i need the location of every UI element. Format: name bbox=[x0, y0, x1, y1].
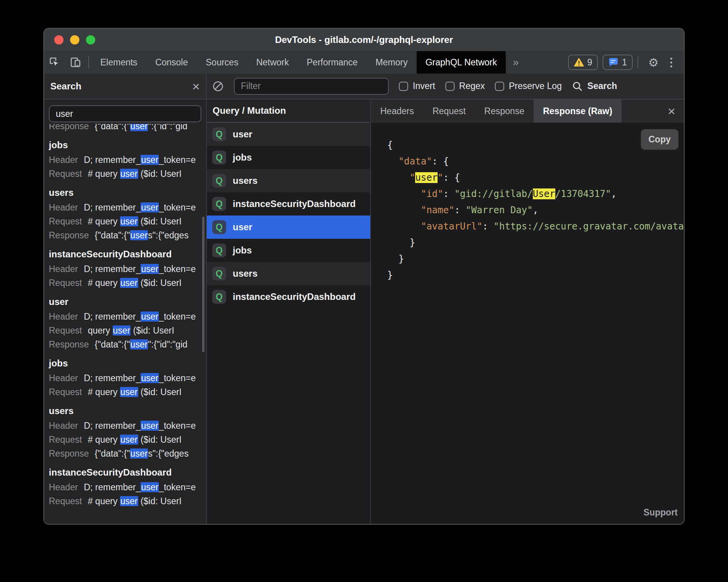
result-row-content: {"data":{"users":{"edges bbox=[95, 230, 189, 240]
detail-tab-response[interactable]: Response bbox=[475, 99, 534, 123]
search-input[interactable] bbox=[49, 105, 201, 122]
warnings-badge[interactable]: 9 bbox=[568, 55, 598, 70]
copy-button[interactable]: Copy bbox=[641, 129, 679, 150]
query-row-user[interactable]: Quser bbox=[207, 123, 370, 146]
search-result-section-instancesecuritydashboard: instanceSecurityDashboardHeaderD; rememb… bbox=[49, 249, 206, 290]
result-row-label: Request bbox=[49, 435, 82, 445]
json-line: { bbox=[387, 137, 684, 153]
toolbar-divider bbox=[88, 56, 89, 68]
result-section-rows: HeaderD; remember_user_token=eRequest# q… bbox=[49, 371, 206, 399]
tab-sources[interactable]: Sources bbox=[197, 51, 247, 74]
search-result-row[interactable]: HeaderD; remember_user_token=e bbox=[49, 480, 206, 494]
query-list-panel: Query / Mutation QuserQjobsQusersQinstan… bbox=[207, 99, 371, 524]
result-row-content: D; remember_user_token=e bbox=[84, 202, 196, 212]
query-type-badge: Q bbox=[212, 267, 226, 281]
result-section-rows: HeaderD; remember_user_token=eRequest# q… bbox=[49, 419, 206, 460]
message-count: 1 bbox=[622, 57, 627, 68]
settings-gear-icon[interactable]: ⚙ bbox=[643, 56, 664, 69]
kebab-menu-icon[interactable] bbox=[664, 58, 678, 67]
search-result-row[interactable]: Requestquery user ($id: UserI bbox=[49, 324, 206, 337]
result-row-label: Request bbox=[49, 216, 82, 226]
search-result-row[interactable]: HeaderD; remember_user_token=e bbox=[49, 310, 206, 324]
query-row-instancesecuritydashboard[interactable]: QinstanceSecurityDashboard bbox=[207, 285, 370, 308]
result-row-content: D; remember_user_token=e bbox=[84, 312, 196, 322]
search-result-row[interactable]: Request# query user ($id: UserI bbox=[49, 167, 206, 181]
json-line: "name": "Warren Day", bbox=[387, 202, 684, 218]
tab-console[interactable]: Console bbox=[146, 51, 197, 74]
search-result-row[interactable]: HeaderD; remember_user_token=e bbox=[49, 262, 206, 276]
result-row-content: D; remember_user_token=e bbox=[84, 155, 196, 165]
search-toggle[interactable]: Search bbox=[572, 81, 617, 92]
tab-elements[interactable]: Elements bbox=[91, 51, 146, 74]
search-result-row[interactable]: HeaderD; remember_user_token=e bbox=[49, 419, 206, 433]
close-search-icon[interactable]: × bbox=[192, 80, 200, 93]
json-line: "user": { bbox=[387, 169, 684, 186]
preserve-log-checkbox-group[interactable]: Preserve Log bbox=[495, 81, 562, 91]
search-result-row[interactable]: HeaderD; remember_user_token=e bbox=[49, 153, 206, 167]
search-result-row[interactable]: Request# query user ($id: UserI bbox=[49, 385, 206, 399]
query-row-jobs[interactable]: Qjobs bbox=[207, 146, 370, 169]
tab-memory[interactable]: Memory bbox=[367, 51, 417, 74]
search-result-row[interactable]: Request# query user ($id: UserI bbox=[49, 433, 206, 447]
network-panels: Query / Mutation QuserQjobsQusersQinstan… bbox=[207, 99, 684, 524]
result-row-label: Request bbox=[49, 496, 82, 506]
search-result-row[interactable]: Request# query user ($id: UserI bbox=[49, 276, 206, 290]
search-result-section-jobs: jobsHeaderD; remember_user_token=eReques… bbox=[49, 358, 206, 399]
search-panel: Search × Response{"data":{"user":{"id":"… bbox=[44, 74, 207, 524]
invert-checkbox[interactable] bbox=[399, 82, 408, 91]
response-raw-content: Copy { "data": { "user": { "id": "gid://… bbox=[371, 123, 684, 524]
detail-tab-response-raw[interactable]: Response (Raw) bbox=[534, 99, 622, 123]
support-link[interactable]: Support bbox=[644, 507, 678, 518]
filter-input[interactable] bbox=[234, 78, 389, 95]
query-row-users[interactable]: Qusers bbox=[207, 262, 370, 285]
search-result-section-users: usersHeaderD; remember_user_token=eReque… bbox=[49, 187, 206, 242]
detail-tab-request[interactable]: Request bbox=[423, 99, 475, 123]
search-scrollbar-thumb[interactable] bbox=[202, 217, 204, 352]
close-detail-icon[interactable]: × bbox=[668, 99, 684, 123]
search-result-row[interactable]: Response{"data":{"users":{"edges bbox=[49, 447, 206, 460]
result-row-content: # query user ($id: UserI bbox=[88, 387, 182, 397]
query-row-user[interactable]: Quser bbox=[207, 216, 370, 239]
search-result-section-jobs: jobsHeaderD; remember_user_token=eReques… bbox=[49, 140, 206, 181]
regex-checkbox-group[interactable]: Regex bbox=[445, 81, 485, 91]
tab-network[interactable]: Network bbox=[247, 51, 298, 74]
detail-tab-headers[interactable]: Headers bbox=[371, 99, 423, 123]
search-result-row[interactable]: Response{"data":{"users":{"edges bbox=[49, 228, 206, 242]
result-row-label: Header bbox=[49, 373, 78, 383]
query-row-jobs[interactable]: Qjobs bbox=[207, 239, 370, 262]
result-section-title: users bbox=[49, 187, 206, 198]
query-row-label: users bbox=[233, 175, 258, 186]
search-result-row[interactable]: Request# query user ($id: UserI bbox=[49, 214, 206, 228]
preserve-log-checkbox[interactable] bbox=[495, 82, 504, 91]
search-result-row[interactable]: Response{"data":{"user":{"id":"gid bbox=[49, 124, 206, 133]
query-type-badge: Q bbox=[212, 197, 226, 211]
device-toolbar-icon[interactable] bbox=[65, 51, 86, 74]
messages-badge[interactable]: 1 bbox=[603, 55, 633, 70]
clear-requests-icon[interactable] bbox=[212, 80, 224, 92]
search-result-row[interactable]: Request# query user ($id: UserI bbox=[49, 494, 206, 508]
query-row-label: instanceSecurityDashboard bbox=[233, 291, 355, 302]
search-result-row[interactable]: HeaderD; remember_user_token=e bbox=[49, 371, 206, 385]
network-filter-bar: Invert Regex Preserve Log bbox=[207, 74, 684, 99]
query-row-instancesecuritydashboard[interactable]: QinstanceSecurityDashboard bbox=[207, 192, 370, 216]
result-row-label: Header bbox=[49, 482, 78, 492]
search-result-row[interactable]: Response{"data":{"user":{"id":"gid bbox=[49, 337, 206, 351]
result-row-content: # query user ($id: UserI bbox=[88, 216, 182, 226]
json-line: "id": "gid://gitlab/User/13704317", bbox=[387, 186, 684, 202]
more-tabs-icon[interactable]: » bbox=[506, 56, 526, 68]
json-line: "avatarUrl": "https://secure.gravatar.co… bbox=[387, 218, 684, 235]
tab-graphql-network[interactable]: GraphQL Network bbox=[417, 51, 506, 74]
query-list-header: Query / Mutation bbox=[207, 99, 370, 123]
regex-checkbox[interactable] bbox=[445, 82, 455, 91]
invert-checkbox-group[interactable]: Invert bbox=[399, 81, 435, 91]
tab-performance[interactable]: Performance bbox=[298, 51, 367, 74]
query-row-users[interactable]: Qusers bbox=[207, 169, 370, 192]
query-row-label: user bbox=[233, 129, 252, 140]
inspect-element-icon[interactable] bbox=[44, 51, 65, 74]
query-rows: QuserQjobsQusersQinstanceSecurityDashboa… bbox=[207, 123, 370, 308]
desktop-background: DevTools - gitlab.com/-/graphql-explorer bbox=[0, 0, 728, 582]
result-row-content: # query user ($id: UserI bbox=[88, 278, 182, 288]
query-type-badge: Q bbox=[212, 151, 226, 164]
result-section-rows: HeaderD; remember_user_token=eRequest# q… bbox=[49, 480, 206, 508]
search-result-row[interactable]: HeaderD; remember_user_token=e bbox=[49, 200, 206, 214]
